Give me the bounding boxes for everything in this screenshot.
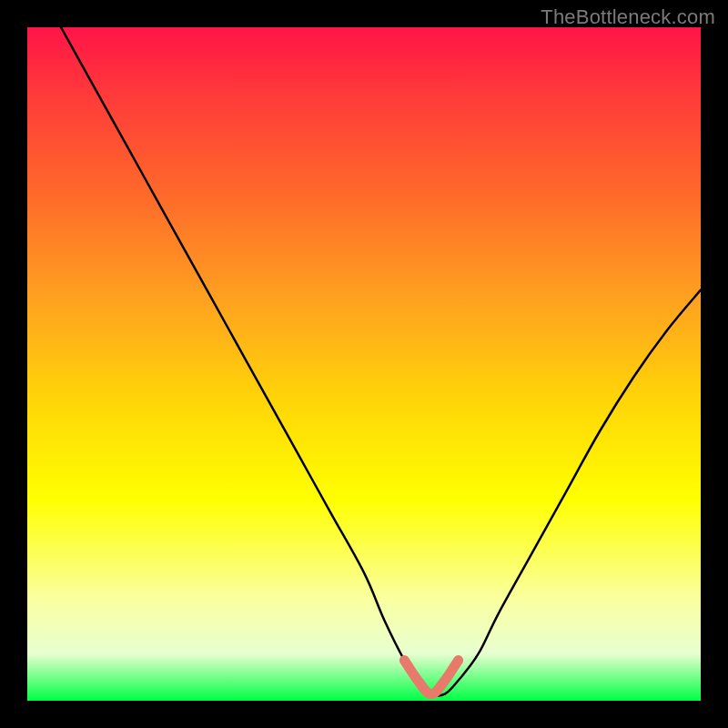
watermark-text: TheBottleneck.com (541, 5, 715, 29)
curve-layer (27, 27, 701, 701)
bottleneck-curve (61, 27, 701, 696)
plot-area (27, 27, 701, 701)
chart-frame: TheBottleneck.com (0, 0, 728, 728)
